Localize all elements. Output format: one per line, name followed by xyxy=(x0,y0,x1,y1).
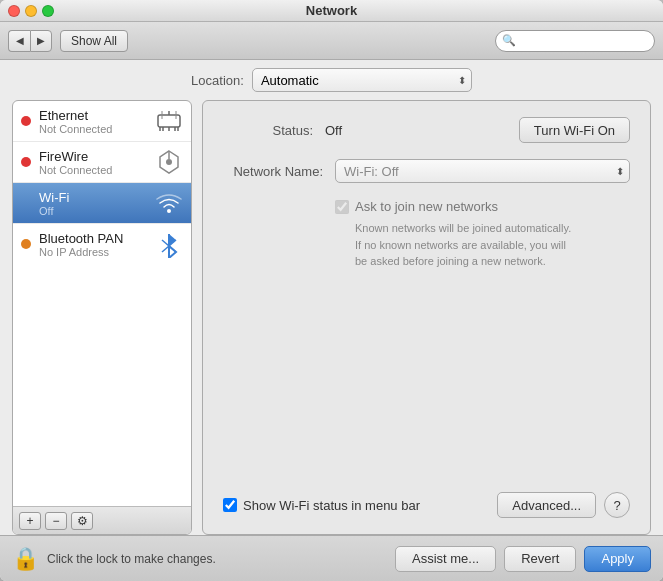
firewire-sub: Not Connected xyxy=(39,164,147,176)
sidebar-footer: + − ⚙ xyxy=(13,506,191,534)
bluetooth-sub: No IP Address xyxy=(39,246,147,258)
window-title: Network xyxy=(306,3,357,18)
ethernet-icon xyxy=(155,107,183,135)
status-value: Off xyxy=(325,123,342,138)
wifi-icon xyxy=(155,189,183,217)
ask-join-row: Ask to join new networks xyxy=(335,199,630,214)
location-label: Location: xyxy=(191,73,244,88)
titlebar: Network xyxy=(0,0,663,22)
lock-wrap: 🔒 Click the lock to make changes. xyxy=(12,546,387,572)
bluetooth-text: Bluetooth PAN No IP Address xyxy=(39,231,147,258)
assist-button[interactable]: Assist me... xyxy=(395,546,496,572)
svg-rect-0 xyxy=(158,115,180,127)
bluetooth-name: Bluetooth PAN xyxy=(39,231,147,246)
svg-point-12 xyxy=(167,209,171,213)
wifi-text: Wi-Fi Off xyxy=(21,190,147,217)
status-label: Status: xyxy=(223,123,313,138)
traffic-lights xyxy=(8,5,54,17)
network-select-wrap: Wi-Fi: Off ⬍ xyxy=(335,159,630,183)
wifi-sub: Off xyxy=(39,205,147,217)
sidebar-list: Ethernet Not Connected xyxy=(13,101,191,506)
firewire-status-dot xyxy=(21,157,31,167)
ethernet-status-dot xyxy=(21,116,31,126)
sidebar-item-bluetooth[interactable]: Bluetooth PAN No IP Address xyxy=(13,224,191,264)
sidebar-item-ethernet[interactable]: Ethernet Not Connected xyxy=(13,101,191,142)
show-wifi-status-label: Show Wi-Fi status in menu bar xyxy=(243,498,420,513)
firewire-name: FireWire xyxy=(39,149,147,164)
toolbar: ◀ ▶ Show All 🔍 xyxy=(0,22,663,60)
forward-button[interactable]: ▶ xyxy=(30,30,52,52)
advanced-button[interactable]: Advanced... xyxy=(497,492,596,518)
turn-wifi-button[interactable]: Turn Wi-Fi On xyxy=(519,117,630,143)
detail-spacer xyxy=(223,286,630,477)
location-select-wrap: Automatic ⬍ xyxy=(252,68,472,92)
minimize-button[interactable] xyxy=(25,5,37,17)
bottom-buttons: Assist me... Revert Apply xyxy=(395,546,651,572)
ask-join-label: Ask to join new networks xyxy=(355,199,498,214)
bluetooth-status-dot xyxy=(21,239,31,249)
nav-buttons: ◀ ▶ xyxy=(8,30,52,52)
lock-text: Click the lock to make changes. xyxy=(47,552,216,566)
remove-network-button[interactable]: − xyxy=(45,512,67,530)
add-network-button[interactable]: + xyxy=(19,512,41,530)
help-button[interactable]: ? xyxy=(604,492,630,518)
maximize-button[interactable] xyxy=(42,5,54,17)
ethernet-sub: Not Connected xyxy=(39,123,147,135)
wifi-status-row: Show Wi-Fi status in menu bar xyxy=(223,498,489,513)
revert-button[interactable]: Revert xyxy=(504,546,576,572)
ethernet-text: Ethernet Not Connected xyxy=(39,108,147,135)
status-row: Status: Off Turn Wi-Fi On xyxy=(223,117,630,143)
back-button[interactable]: ◀ xyxy=(8,30,30,52)
network-name-row: Network Name: Wi-Fi: Off ⬍ xyxy=(223,159,630,183)
apply-button[interactable]: Apply xyxy=(584,546,651,572)
bluetooth-icon xyxy=(155,230,183,258)
sidebar-item-wifi[interactable]: Wi-Fi Off xyxy=(13,183,191,224)
firewire-icon xyxy=(155,148,183,176)
location-bar: Location: Automatic ⬍ xyxy=(0,60,663,100)
ask-join-description: Known networks will be joined automatica… xyxy=(335,220,630,270)
main-content: Ethernet Not Connected xyxy=(0,100,663,535)
show-wifi-status-checkbox[interactable] xyxy=(223,498,237,512)
search-icon: 🔍 xyxy=(502,34,516,47)
wifi-name: Wi-Fi xyxy=(39,190,147,205)
detail-panel: Status: Off Turn Wi-Fi On Network Name: … xyxy=(202,100,651,535)
location-select[interactable]: Automatic xyxy=(252,68,472,92)
network-window: Network ◀ ▶ Show All 🔍 Location: Automat… xyxy=(0,0,663,581)
network-name-label: Network Name: xyxy=(223,164,323,179)
checkbox-section: Ask to join new networks Known networks … xyxy=(223,199,630,270)
detail-bottom: Show Wi-Fi status in menu bar Advanced..… xyxy=(223,492,630,518)
show-all-button[interactable]: Show All xyxy=(60,30,128,52)
close-button[interactable] xyxy=(8,5,20,17)
gear-button[interactable]: ⚙ xyxy=(71,512,93,530)
firewire-text: FireWire Not Connected xyxy=(39,149,147,176)
ask-join-checkbox[interactable] xyxy=(335,200,349,214)
ethernet-name: Ethernet xyxy=(39,108,147,123)
lock-icon[interactable]: 🔒 xyxy=(12,546,39,572)
search-input[interactable] xyxy=(495,30,655,52)
sidebar-item-firewire[interactable]: FireWire Not Connected xyxy=(13,142,191,183)
network-name-select[interactable]: Wi-Fi: Off xyxy=(335,159,630,183)
search-wrap: 🔍 xyxy=(495,30,655,52)
window-bottom: 🔒 Click the lock to make changes. Assist… xyxy=(0,535,663,581)
svg-point-10 xyxy=(166,159,172,165)
sidebar: Ethernet Not Connected xyxy=(12,100,192,535)
